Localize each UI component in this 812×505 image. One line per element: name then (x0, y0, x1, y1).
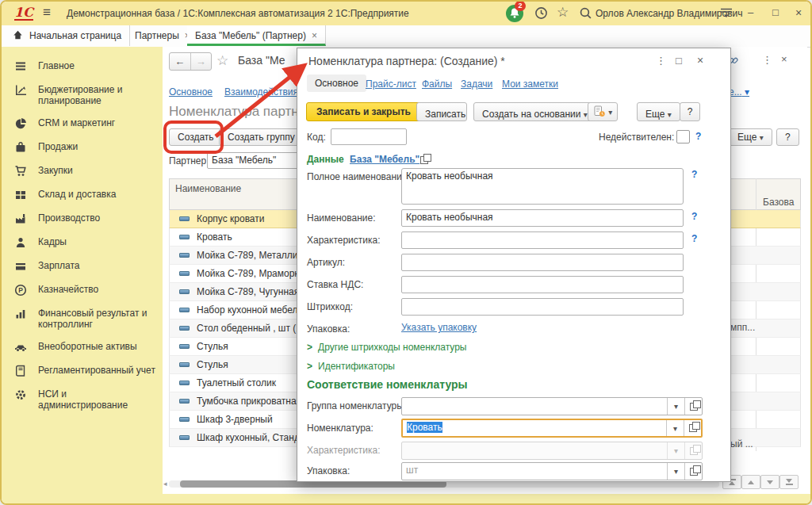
chevron-down-icon[interactable]: ▾ (667, 463, 684, 480)
identifiers-group[interactable]: >Идентификаторы (307, 361, 395, 372)
notification-badge: 2 (515, 1, 526, 11)
scroll-up-button[interactable] (741, 475, 760, 489)
close-tab-icon[interactable]: × (312, 30, 317, 41)
scroll-left-icon[interactable]: ◂ (163, 480, 167, 488)
dialog-tab-price-list[interactable]: Прайс-лист (366, 78, 416, 90)
open-picker-icon[interactable] (684, 420, 701, 436)
column-name-header[interactable]: Наименование (175, 183, 241, 194)
scroll-to-bottom-button[interactable] (779, 475, 799, 489)
hr-icon (14, 236, 29, 249)
help-icon[interactable]: ? (691, 233, 697, 244)
sidebar-item-purchases[interactable]: Закупки (2, 159, 163, 183)
notifications-button[interactable]: 2 (506, 5, 523, 22)
tab-partner-card[interactable]: База "Мебель" (Партнер)× (187, 25, 326, 46)
minimize-button[interactable]: – (748, 6, 753, 18)
dialog-tab-my-notes[interactable]: Мои заметки (502, 78, 558, 90)
help-icon[interactable]: ? (695, 131, 701, 142)
sidebar-item-regulated[interactable]: Регламентированный учет (2, 359, 163, 383)
sidebar-item-production[interactable]: Производство (2, 207, 163, 231)
maximize-button[interactable]: □ (772, 6, 779, 18)
invalid-checkbox[interactable] (676, 130, 690, 143)
set-packaging-link[interactable]: Указать упаковку (401, 322, 477, 333)
packaging-placeholder: шт (402, 463, 667, 480)
sidebar-item-budgeting[interactable]: Бюджетирование и планирование (2, 78, 163, 112)
item-dash-icon (179, 253, 190, 258)
create-button[interactable]: Создать (169, 128, 223, 146)
code-input[interactable] (331, 128, 407, 145)
dialog-more-icon[interactable]: ⋮ (656, 55, 666, 67)
forward-button[interactable]: → (191, 53, 212, 70)
list-more-button[interactable]: Еще ▾ (729, 128, 772, 146)
gear-icon (14, 388, 29, 401)
reports-button[interactable]: ▾ (588, 102, 618, 121)
tab-bar: Начальная страница Партнеры× База "Мебел… (2, 25, 810, 48)
chevron-down-icon[interactable]: ▾ (667, 398, 684, 415)
save-button[interactable]: Записать (416, 102, 467, 121)
article-input[interactable] (401, 254, 684, 271)
save-and-close-button[interactable]: Записать и закрыть (306, 102, 421, 121)
nomenclature-label: Номенклатура: (307, 423, 373, 434)
sidebar-item-salary[interactable]: Зарплата (2, 254, 163, 278)
sidebar-item-crm[interactable]: CRM и маркетинг (2, 112, 163, 136)
dialog-tab-tasks[interactable]: Задачи (461, 78, 492, 90)
scroll-down-button[interactable] (760, 475, 779, 489)
sidebar-item-treasury[interactable]: РКазначейство (2, 278, 163, 302)
treasury-icon: Р (14, 284, 29, 296)
barcode-input[interactable] (401, 298, 684, 316)
form-close-icon[interactable]: × (781, 53, 787, 65)
favorite-star-icon[interactable]: ☆ (216, 52, 228, 69)
dialog-tab-main[interactable]: Основное (307, 75, 366, 92)
dialog-tab-files[interactable]: Файлы (422, 78, 452, 90)
sidebar-item-admin[interactable]: НСИ и администрирование (2, 383, 163, 416)
partner-links-more[interactable]: е... ▾ (729, 86, 749, 98)
sidebar-item-main[interactable]: Главное (2, 55, 163, 78)
item-dash-icon (179, 216, 190, 221)
other-barcodes-group[interactable]: >Другие штрихкоды номенклатуры (307, 342, 466, 353)
help-icon[interactable]: ? (691, 169, 697, 180)
history-button[interactable] (534, 6, 549, 21)
dialog-help-button[interactable]: ? (680, 102, 700, 121)
search-button[interactable] (579, 6, 593, 21)
partner-card-link[interactable]: База "Мебель" (350, 154, 419, 165)
vat-input[interactable] (401, 276, 684, 293)
name-label: Наименование: (307, 212, 376, 224)
triangle-down-icon (786, 479, 792, 483)
warehouse-icon (14, 189, 29, 201)
create-group-button[interactable]: Создать группу (219, 128, 304, 146)
create-based-on-button[interactable]: Создать на основании ▾ (473, 102, 596, 121)
sidebar-item-finance[interactable]: Финансовый результат и контроллинг (2, 302, 163, 335)
partner-link-main[interactable]: Основное (169, 86, 213, 98)
sidebar-item-warehouse[interactable]: Склад и доставка (2, 183, 163, 207)
back-button[interactable]: ← (170, 53, 191, 70)
nomenclature-group-combo[interactable]: ▾ (401, 397, 703, 415)
name-input[interactable]: Кровать необычная (401, 209, 684, 227)
favorites-button[interactable]: ☆ (557, 4, 571, 18)
close-app-button[interactable]: × (795, 6, 802, 19)
dialog-more-button[interactable]: Еще ▾ (637, 102, 680, 121)
list-help-button[interactable]: ? (776, 128, 799, 146)
open-picker-icon[interactable] (684, 463, 702, 480)
form-more-icon[interactable]: ⋮ (762, 54, 772, 66)
partner-link-interactions[interactable]: Взаимодействия (224, 86, 298, 98)
chevron-down-icon[interactable]: ▾ (666, 420, 684, 436)
main-menu-icon[interactable]: ≡ (43, 5, 51, 21)
dialog-close-icon[interactable]: × (697, 54, 703, 67)
help-icon[interactable]: ? (691, 211, 697, 222)
sidebar-item-sales[interactable]: Продажи (2, 136, 163, 159)
crm-icon (14, 117, 29, 130)
packaging2-combo[interactable]: шт ▾ (401, 462, 703, 480)
truncated-cell-text: ый ... (730, 438, 753, 450)
tools-button[interactable] (720, 7, 734, 21)
sidebar-item-assets[interactable]: Внеоборотные активы (2, 335, 163, 359)
open-in-window-icon[interactable] (420, 156, 428, 164)
item-dash-icon (179, 417, 190, 422)
column-base-unit-header[interactable]: Базова (763, 197, 794, 208)
characteristic-input[interactable] (401, 231, 684, 249)
open-picker-icon[interactable] (684, 398, 702, 415)
nomenclature-combo[interactable]: Кровать ▾ (401, 419, 703, 438)
tab-home[interactable]: Начальная страница (2, 25, 130, 46)
full-name-textarea[interactable]: Кровать необычная (401, 168, 684, 205)
dialog-maximize-icon[interactable]: □ (676, 55, 682, 67)
item-dash-icon (179, 344, 190, 349)
sidebar-item-hr[interactable]: Кадры (2, 231, 163, 254)
